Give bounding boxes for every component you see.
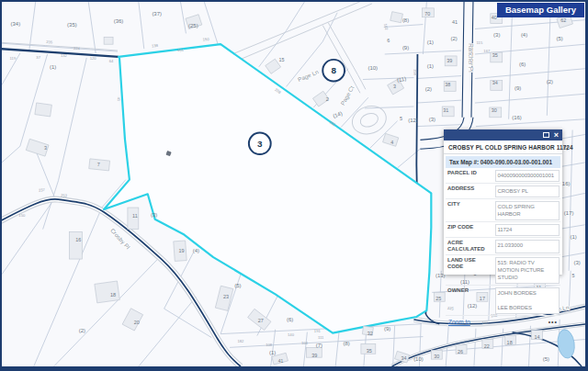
parcel-label: (6) — [519, 62, 526, 67]
parcel-label: (3) — [573, 260, 580, 265]
dimension-label: 182 — [237, 339, 244, 343]
parcel-label: (1) — [50, 64, 56, 70]
field-value: COLD SPRING HARBOR — [495, 201, 560, 220]
parcel-label: 3 — [44, 145, 47, 151]
dimension-label: 108 — [266, 343, 273, 347]
parcel-label: (2) — [79, 328, 85, 333]
popup-menu-ellipsis[interactable]: ••• — [548, 319, 558, 325]
map-application-window: 2352241193713212064138454150208292412372… — [0, 0, 588, 371]
parcel-label: (2) — [425, 86, 432, 92]
parcel-label: 26 — [458, 349, 463, 354]
dock-window-icon[interactable] — [543, 132, 549, 138]
map-marker-number[interactable]: 3 — [257, 139, 263, 149]
parcel-label: 5 — [400, 116, 402, 121]
field-row: ACRE CALCULATED21.033000 — [446, 238, 560, 255]
field-label: CITY — [446, 199, 493, 221]
parcel-label: (36) — [114, 18, 124, 24]
parcel-label: (1) — [427, 39, 434, 45]
dimension-label: 235 — [46, 39, 53, 44]
field-row: LAND USE CODE515: RADIO TV MOTION PICTUR… — [446, 255, 560, 286]
parcel-label: (34) — [11, 21, 21, 27]
field-value: 515: RADIO TV MOTION PICTURE STUDIO — [495, 257, 560, 284]
dimension-label: 150 — [202, 37, 209, 42]
dimension-label: 224 — [74, 46, 81, 51]
parcel-label: 4 — [390, 140, 393, 145]
parcel-label: 15 — [279, 57, 285, 62]
parcel-info-popup: × CROBSY PL COLD SPRING HARBOR 11724 Tax… — [444, 129, 562, 275]
dimension-label: 454 — [177, 48, 185, 53]
parcel-label: (3) — [429, 117, 435, 122]
dimension-label: 140 — [288, 332, 295, 337]
parcel-label: (8) — [402, 17, 409, 23]
parcel-label: 5 — [572, 273, 575, 278]
parcel-label: (9) — [402, 45, 409, 51]
building-footprint — [35, 103, 51, 117]
parcel-label: 34 — [401, 355, 407, 361]
map-marker-number[interactable]: 8 — [331, 65, 336, 75]
parcel-label: 62 — [560, 17, 566, 23]
parcel-label: 22 — [484, 343, 490, 349]
parcel-label: (9) — [384, 326, 390, 332]
dimension-label: 158 — [413, 69, 418, 76]
parcel-label: 35 — [492, 52, 498, 58]
parcel-label: 25 — [435, 296, 441, 301]
parcel-label: 19 — [178, 248, 184, 253]
basemap-gallery-button[interactable]: Basemap Gallery — [497, 3, 584, 17]
dimension-label: 120 — [90, 56, 97, 61]
parcel-label: 30 — [434, 354, 439, 359]
popup-title: CROBSY PL COLD SPRING HARBOR 11724 — [444, 141, 562, 154]
field-value: JOHN BORDES LEE BORDES — [495, 287, 560, 314]
dimension-label: 115 — [477, 40, 483, 45]
parcel-label: 7 — [97, 162, 100, 167]
parcel-label: (17) — [564, 210, 574, 216]
dimension-label: 111 — [318, 335, 324, 340]
building-footprint — [69, 232, 82, 259]
field-value: CROBSY PL — [495, 186, 560, 197]
street-label: Rancher Pl — [468, 43, 474, 73]
dimension-label: 138 — [152, 43, 159, 49]
attribute-table: PARCEL ID0400090000300001001ADDRESSCROBS… — [446, 168, 560, 316]
parcel-label: (8) — [343, 341, 349, 346]
dimension-label: 191 — [314, 329, 322, 333]
field-label: ZIP CODE — [446, 222, 493, 237]
parcel-label: (37) — [152, 11, 162, 17]
field-row: ZIP CODE11724 — [446, 222, 560, 238]
field-label: PARCEL ID — [446, 168, 493, 183]
parcel-label: 41 — [278, 359, 284, 364]
parcel-label: (1) — [427, 63, 434, 69]
close-icon[interactable]: × — [554, 130, 559, 140]
parcel-label: 2 — [326, 96, 329, 102]
parcel-label: (9) — [514, 85, 521, 91]
parcel-label: 16 — [75, 237, 81, 242]
building-footprint — [95, 281, 119, 303]
parcel-label: 34 — [492, 80, 498, 85]
parcel-label: (1) — [570, 234, 576, 240]
dimension-label: 104 — [301, 341, 309, 345]
dimension-label: 119 — [10, 56, 17, 61]
parcel-label: 30 — [492, 107, 497, 113]
parcel-label: (5) — [557, 36, 563, 41]
parcel-label: 23 — [223, 294, 229, 299]
parcel-label: 31 — [443, 107, 448, 113]
parcel-label: 39 — [447, 58, 452, 63]
dimension-label: 64 — [109, 59, 114, 63]
parcel-label: 41 — [452, 19, 458, 25]
parcel-label: 32 — [368, 331, 373, 336]
popup-titlebar: × — [444, 129, 562, 141]
dimension-label: 132 — [61, 53, 68, 58]
parcel-label: 18 — [110, 292, 116, 298]
parcel-label: 35 — [367, 348, 372, 354]
parcel-label: (2) — [450, 36, 457, 41]
parcel-label: (3) — [493, 32, 500, 38]
parcel-label: (5) — [543, 356, 549, 362]
parcel-label: 20 — [134, 320, 140, 325]
parcel-label: (5) — [234, 283, 241, 288]
field-row: ADDRESSCROBSY PL — [446, 184, 560, 199]
dimension-label: 150 — [18, 213, 26, 218]
parcel-label: 11 — [132, 213, 138, 219]
field-label: ACRE CALCULATED — [446, 238, 493, 254]
parcel-label: (35) — [67, 22, 77, 28]
zoom-to-link[interactable]: Zoom to — [448, 319, 470, 325]
dimension-label: 37 — [36, 55, 40, 60]
parcel-label: (1) — [269, 350, 276, 355]
